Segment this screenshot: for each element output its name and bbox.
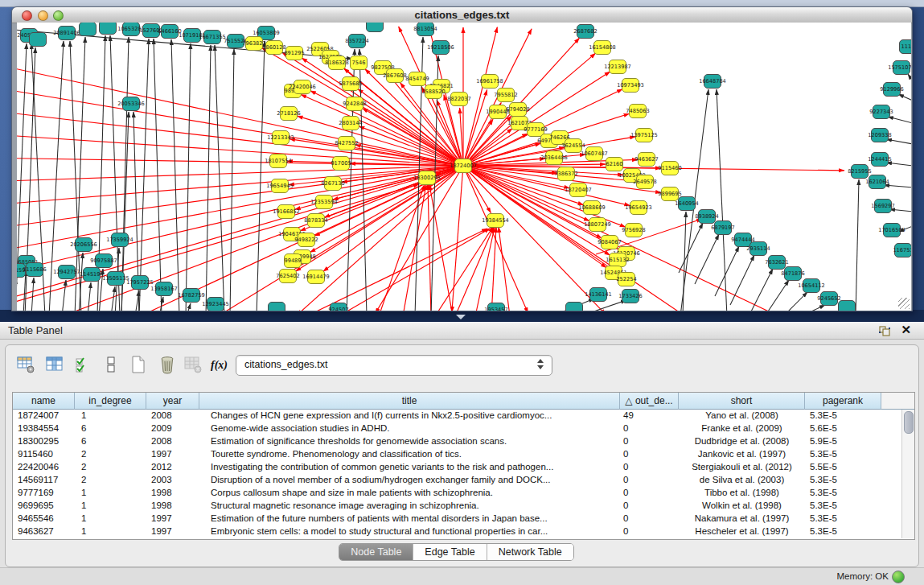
graph-node[interactable]: 19654923 [625,201,652,215]
table-selector-dropdown[interactable]: citations_edges.txt [236,355,552,376]
table-row[interactable]: 911546021997Tourette syndrome. Phenomeno… [13,448,881,461]
graph-node[interactable] [367,23,384,32]
float-panel-icon[interactable] [879,325,890,336]
graph-node[interactable] [80,23,97,36]
column-header-pagerank[interactable]: pagerank [805,393,881,410]
graph-node[interactable]: 14136141 [585,288,612,302]
table-row[interactable]: 946362711997Embryonic stem cells: a mode… [13,525,881,538]
graph-node[interactable]: 917005 [331,157,351,171]
graph-node[interactable]: 9242848 [343,97,366,111]
graph-node[interactable]: 9115460 [658,162,681,175]
graph-node[interactable]: 10654112 [798,279,825,293]
graph-node[interactable]: 9084067 [598,236,621,249]
graph-node[interactable]: 1621064 [865,175,889,189]
graph-node[interactable]: 9245652 [817,292,840,306]
graph-node[interactable]: 20891406 [53,27,80,40]
graph-node[interactable]: 6794028 [506,103,529,117]
graph-node[interactable]: 7625402 [276,270,299,283]
delete-rows-icon[interactable] [155,352,179,377]
tab-node-table[interactable]: Node Table [339,544,413,560]
graph-node[interactable]: 1209338 [868,129,891,142]
tab-network-table[interactable]: Network Table [487,544,573,560]
graph-node[interactable]: 16782759 [178,289,205,303]
graph-node[interactable]: 19654945 [266,179,294,193]
graph-node[interactable]: 5875685 [339,77,362,91]
graph-node[interactable]: 8215955 [848,165,871,179]
graph-node[interactable]: 19218506 [427,41,454,55]
graph-node[interactable]: 2803144 [339,117,362,130]
table-settings-icon[interactable] [14,352,38,377]
graph-node[interactable]: 1112 [900,40,912,54]
graph-node[interactable]: 8471876 [781,267,804,281]
graph-node[interactable]: 18107554 [265,154,292,168]
graph-node[interactable]: 8267130 [321,177,344,191]
graph-node[interactable]: 90975887 [90,254,117,268]
graph-node[interactable]: 1244415 [868,153,891,167]
window-titlebar[interactable]: citations_edges.txt [12,7,912,23]
column-header-name[interactable]: name [13,393,75,410]
graph-node[interactable]: 9227343 [869,105,893,119]
scrollbar-thumb[interactable] [904,411,914,434]
graph-node[interactable]: 1588520 [421,85,445,99]
graph-node[interactable]: 62160 [606,158,623,171]
row-select-icon[interactable] [72,352,96,377]
graph-node[interactable]: 2687682 [573,25,597,39]
graph-node[interactable]: 16961758 [476,75,503,89]
graph-node[interactable]: 1733426 [618,290,642,303]
network-canvas[interactable]: 2405572208914061065328715276026466160107… [17,23,911,311]
graph-node[interactable]: 1569297 [871,200,894,213]
graph-node[interactable]: 12213343 [267,131,294,145]
graph-node[interactable]: 924507 [328,303,348,311]
graph-node[interactable]: 13958167 [150,282,178,296]
graph-node[interactable]: 12213987 [604,60,631,74]
graph-node[interactable]: 116753 [893,244,911,257]
graph-node[interactable]: 16154808 [589,41,616,55]
graph-node[interactable]: 18720407 [565,183,592,197]
graph-node[interactable]: 252254 [616,273,636,286]
graph-node[interactable] [269,303,285,311]
graph-node[interactable]: 16914479 [302,270,330,284]
table-row[interactable]: 977716911998Corpus callosum shape and si… [13,487,881,500]
close-panel-icon[interactable]: ✕ [901,323,911,337]
graph-node[interactable]: 9498222 [294,233,318,247]
graph-node[interactable]: 20206556 [70,238,97,252]
graph-node[interactable]: 8860128 [262,41,285,55]
graph-node[interactable]: 19166852 [273,205,300,219]
graph-node[interactable]: 891295 [284,47,304,60]
panel-divider-handle-icon[interactable] [456,315,466,319]
graph-node[interactable]: 8427552 [335,137,358,150]
graph-node[interactable]: 9129966 [880,83,903,97]
graph-node[interactable]: 7546 [351,56,368,70]
graph-node[interactable]: 7955812 [494,89,517,102]
graph-node[interactable]: 8878334 [304,214,327,228]
graph-node[interactable]: 8822037 [447,93,470,106]
graph-node[interactable]: 2718126 [277,107,300,121]
graph-node[interactable]: 9463627 [634,153,658,167]
graph-node[interactable]: 12353594 [310,196,338,209]
column-header-year[interactable]: year [146,393,199,410]
column-header-in_degree[interactable]: in_degree [75,393,146,410]
graph-node[interactable]: 17957225 [126,276,154,290]
graph-node[interactable]: 13975125 [630,129,658,142]
table-row[interactable]: 1456911722003Disruption of a novel membe… [13,474,881,487]
graph-node[interactable]: 9899695 [658,187,681,201]
graph-node[interactable]: 8938924 [695,210,718,224]
graph-node[interactable]: 2649578 [633,175,656,189]
show-columns-icon[interactable] [43,352,67,377]
graph-node[interactable]: 13505135 [102,272,129,286]
graph-node[interactable]: 19384554 [482,214,509,228]
graph-node[interactable]: 7632621 [765,256,788,270]
graph-node[interactable]: 7386372 [554,167,577,181]
column-header-title[interactable]: title [199,393,620,410]
vertical-scrollbar[interactable] [901,410,914,538]
column-header-out_de[interactable]: △ out_de... [620,393,679,410]
table-row[interactable]: 1872400712008Changes of HCN gene express… [13,410,881,422]
tab-edge-table[interactable]: Edge Table [413,544,487,560]
table-row[interactable]: 969969511998Structural magnetic resonanc… [13,500,881,513]
graph-node[interactable]: 17359924 [106,233,133,247]
graph-node[interactable]: 7485063 [626,105,649,118]
graph-node[interactable]: 1615132 [606,253,629,267]
graph-node[interactable]: 8813054 [413,23,437,36]
table-row[interactable]: 1938455462009Genome-wide association stu… [13,422,881,435]
graph-node[interactable] [839,301,856,311]
